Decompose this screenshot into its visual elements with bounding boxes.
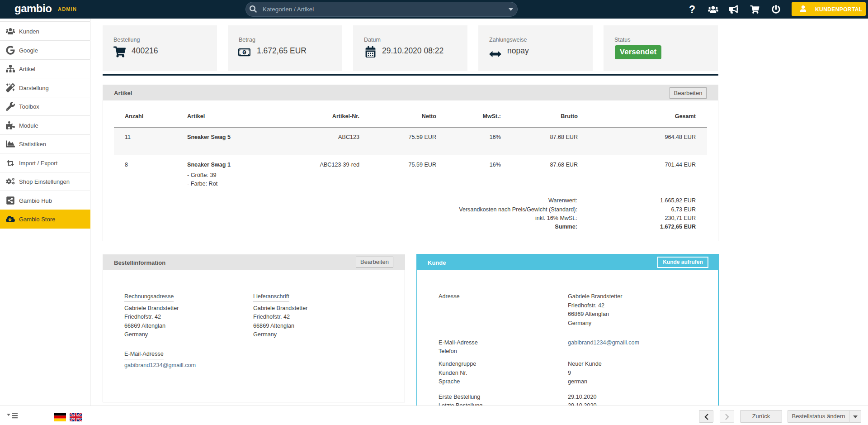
svg-text:€: €: [244, 50, 245, 54]
